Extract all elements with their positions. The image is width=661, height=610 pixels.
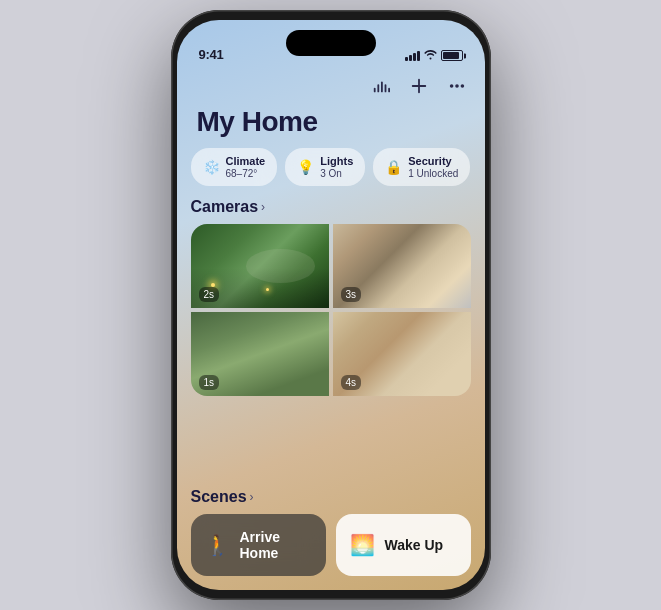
svg-rect-0	[373, 88, 375, 93]
status-time: 9:41	[199, 47, 224, 62]
add-button[interactable]	[405, 72, 433, 100]
svg-point-7	[460, 84, 464, 88]
cameras-header[interactable]: Cameras ›	[191, 198, 471, 216]
phone-frame: 9:41	[171, 10, 491, 600]
scenes-title: Scenes	[191, 488, 247, 506]
status-icons	[405, 49, 463, 62]
action-bar	[367, 72, 471, 100]
security-icon: 🔒	[385, 159, 402, 175]
svg-rect-1	[377, 84, 379, 92]
scenes-section: Scenes › 🚶 Arrive Home 🌅 Wake Up	[191, 488, 471, 576]
cameras-chevron: ›	[261, 200, 265, 214]
svg-rect-4	[388, 88, 390, 93]
svg-rect-2	[381, 82, 383, 93]
cam3-label: 1s	[199, 375, 220, 390]
climate-label: Climate	[226, 155, 266, 168]
lights-label: Lights	[320, 155, 353, 168]
climate-sub: 68–72°	[226, 168, 266, 180]
wakeup-label: Wake Up	[385, 537, 444, 553]
scenes-header[interactable]: Scenes ›	[191, 488, 471, 506]
signal-icon	[405, 51, 420, 61]
security-label: Security	[408, 155, 458, 168]
climate-icon: ❄️	[203, 159, 220, 175]
more-button[interactable]	[443, 72, 471, 100]
cam2-label: 3s	[341, 287, 362, 302]
page-title: My Home	[197, 106, 318, 138]
lights-sub: 3 On	[320, 168, 353, 180]
camera-tile-1[interactable]: 2s	[191, 224, 329, 308]
cameras-grid: 2s 3s 1s 4s	[191, 224, 471, 396]
cameras-section: Cameras › 2s 3s 1s 4s	[191, 198, 471, 396]
camera-tile-3[interactable]: 1s	[191, 312, 329, 396]
cameras-title: Cameras	[191, 198, 259, 216]
svg-point-6	[455, 84, 459, 88]
svg-rect-3	[384, 84, 386, 92]
chips-row: ❄️ Climate 68–72° 💡 Lights 3 On 🔒 Securi…	[191, 148, 471, 186]
cam4-label: 4s	[341, 375, 362, 390]
scenes-chevron: ›	[250, 490, 254, 504]
security-chip[interactable]: 🔒 Security 1 Unlocked	[373, 148, 470, 186]
siri-button[interactable]	[367, 72, 395, 100]
lights-chip[interactable]: 💡 Lights 3 On	[285, 148, 365, 186]
camera-tile-2[interactable]: 3s	[333, 224, 471, 308]
arrive-label: Arrive Home	[240, 529, 312, 561]
arrive-icon: 🚶	[205, 533, 230, 557]
cam1-label: 2s	[199, 287, 220, 302]
arrive-home-scene[interactable]: 🚶 Arrive Home	[191, 514, 326, 576]
security-sub: 1 Unlocked	[408, 168, 458, 180]
wake-up-scene[interactable]: 🌅 Wake Up	[336, 514, 471, 576]
camera-tile-4[interactable]: 4s	[333, 312, 471, 396]
lights-icon: 💡	[297, 159, 314, 175]
phone-screen: 9:41	[177, 20, 485, 590]
climate-chip[interactable]: ❄️ Climate 68–72°	[191, 148, 278, 186]
wifi-icon	[424, 49, 437, 62]
battery-icon	[441, 50, 463, 61]
scenes-row: 🚶 Arrive Home 🌅 Wake Up	[191, 514, 471, 576]
wakeup-icon: 🌅	[350, 533, 375, 557]
svg-point-5	[449, 84, 453, 88]
dynamic-island	[286, 30, 376, 56]
